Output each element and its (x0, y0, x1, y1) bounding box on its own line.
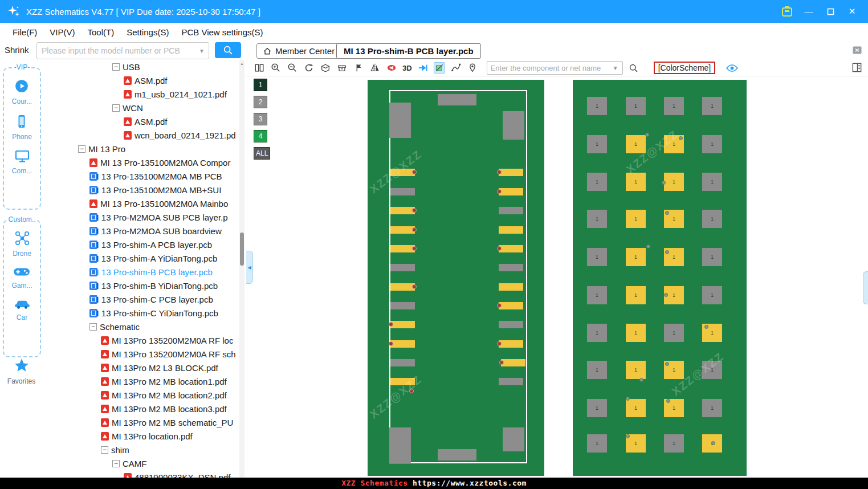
sidebar-item-computer[interactable]: Com... (12, 149, 32, 175)
pcb-pad[interactable] (499, 207, 523, 214)
zoom-out-icon[interactable] (287, 62, 298, 74)
pin-icon[interactable] (467, 62, 478, 74)
pcb-pad[interactable]: 1 (664, 324, 684, 342)
pcb-component[interactable] (390, 340, 415, 348)
pcb-pad[interactable] (390, 188, 415, 195)
pcb-pad[interactable]: 1 (664, 434, 684, 453)
pcb-pad[interactable]: 1 (587, 248, 607, 266)
pcb-pad[interactable]: 1 (626, 248, 646, 266)
pcb-component[interactable] (390, 169, 415, 176)
pcb-pad[interactable]: 1 (626, 97, 646, 115)
panel-collapse-handle[interactable]: ◀ (246, 251, 253, 284)
tree-item[interactable]: MI 13 Pro-shim-B YiDianTong.pcb (43, 279, 238, 292)
layer-button-4[interactable]: 4 (254, 130, 267, 142)
menu-settings[interactable]: Settings(S) (124, 26, 171, 38)
collapse-icon[interactable]: − (101, 446, 108, 454)
chevron-down-icon[interactable]: ▼ (199, 48, 209, 54)
tree-item[interactable]: m1_usb_0214_1021.pdf (43, 87, 238, 101)
sidebar-item-game[interactable]: Gam... (11, 266, 32, 290)
component-search-input[interactable] (487, 64, 613, 72)
chevron-down-icon[interactable]: ▼ (613, 65, 622, 71)
pcb-component[interactable] (499, 302, 523, 309)
tree-item[interactable]: MI 13 Pro-M2MOA SUB PCB layer.p (43, 210, 238, 224)
tree-item[interactable]: MI 13 Pro-shim-A PCB layer.pcb (43, 238, 238, 251)
pcb-pad[interactable]: 1 (702, 97, 722, 115)
pcb-pad[interactable]: 1 (587, 324, 607, 342)
pcb-pad[interactable] (390, 302, 415, 309)
model-search-input[interactable] (37, 46, 199, 55)
shrink-button[interactable]: Shrink (5, 41, 29, 59)
jump-arrow-icon[interactable] (417, 62, 429, 74)
pcb-pad[interactable]: 1 (587, 286, 607, 304)
pcb-component[interactable] (499, 245, 523, 252)
scrollbar-thumb[interactable] (240, 233, 244, 266)
rotate-icon[interactable] (303, 62, 315, 74)
menu-pcb-view-settings[interactable]: PCB View settings(S) (179, 26, 265, 38)
measure-curve-icon[interactable] (450, 62, 462, 74)
tree-item[interactable]: MI 13 Pro-135100M2M0A Compor (43, 156, 238, 169)
pcb-component[interactable] (390, 378, 415, 385)
pcb-pad[interactable]: 1 (587, 173, 607, 191)
pcb-pad[interactable] (503, 111, 524, 140)
pcb-pad[interactable]: 1 (702, 173, 722, 191)
tab-pcb-file[interactable]: MI 13 Pro-shim-B PCB layer.pcb (336, 43, 481, 59)
tree-item[interactable]: −USB (43, 60, 238, 74)
tree-item[interactable]: MI 13 Pro-135100M2M0A MB PCB (43, 169, 238, 183)
menu-vip[interactable]: VIP(V) (47, 26, 77, 38)
export-box-icon[interactable] (320, 62, 331, 74)
collapse-icon[interactable]: − (78, 145, 85, 153)
split-view-icon[interactable] (254, 62, 265, 74)
tree-item[interactable]: MI 13Pro 135200M2M0A RF loc (43, 333, 238, 347)
pcb-component[interactable] (499, 283, 523, 291)
collapse-icon[interactable]: − (112, 63, 120, 71)
pcb-pad[interactable] (499, 321, 523, 328)
tree-item[interactable]: 4881000033KX_DSN.pdf (43, 470, 238, 478)
pcb-pad[interactable]: 1 (626, 210, 646, 228)
member-center-button[interactable]: Member Center (256, 43, 341, 59)
component-search-icon[interactable] (628, 62, 639, 74)
tree-item[interactable]: wcn_board_0214_1921.pd (43, 128, 238, 142)
pcb-pad[interactable]: 1 (664, 173, 684, 191)
pcb-pad[interactable] (438, 94, 476, 105)
sidebar-item-favorites[interactable]: Favorites (0, 357, 43, 385)
tree-item[interactable]: ASM.pdf (43, 74, 238, 87)
tree-item[interactable]: MI 13 Pro-shim-C PCB layer.pcb (43, 292, 238, 306)
collapse-icon[interactable]: − (89, 323, 97, 331)
pcb-pad[interactable]: 1 (702, 286, 722, 304)
import-box-icon[interactable] (336, 62, 348, 74)
pcb-pad[interactable]: 1 (626, 324, 646, 342)
pcb-pad[interactable]: 1 (587, 135, 607, 153)
pcb-board-front[interactable]: XZZ@XZZXZZ@XZZ (368, 80, 544, 476)
menu-tool[interactable]: Tool(T) (85, 26, 117, 38)
pcb-pad[interactable]: 1 (587, 361, 607, 379)
collapse-icon[interactable]: − (112, 104, 120, 112)
minimize-button[interactable]: — (800, 3, 818, 19)
pcb-pad[interactable] (438, 449, 476, 461)
sidebar-item-drone[interactable]: Drone (13, 231, 31, 258)
pcb-component[interactable] (499, 169, 523, 176)
pcb-pad[interactable]: 1 (626, 399, 646, 417)
close-list-icon[interactable] (851, 44, 863, 56)
pcb-pad[interactable]: 1 (702, 135, 722, 153)
tree-item[interactable]: MI 13Pro M2 L3 BLOCK.pdf (43, 361, 238, 374)
tree-item[interactable]: ASM.pdf (43, 115, 238, 128)
maximize-button[interactable] (821, 3, 840, 19)
menu-file[interactable]: File(F) (10, 26, 39, 38)
pcb-pad[interactable]: 1 (702, 248, 722, 266)
sidebar-item-car[interactable]: Car (14, 298, 31, 321)
tree-item[interactable]: −MI 13 Pro (43, 142, 238, 156)
tree-item[interactable]: −WCN (43, 101, 238, 115)
pcb-component[interactable] (499, 340, 523, 348)
tree-item[interactable]: MI 13Pro 135200M2M0A RF sch (43, 347, 238, 361)
pcb-board-back[interactable]: 1111111111111111111111111111111111111111… (573, 80, 747, 476)
tree-item[interactable]: −Schematic (43, 320, 238, 333)
layer-button-2[interactable]: 2 (254, 96, 267, 108)
pcb-component[interactable] (390, 283, 415, 291)
pcb-pad[interactable]: 1 (587, 97, 607, 115)
sidebar-item-phone[interactable]: Phone (12, 114, 32, 141)
tree-item[interactable]: MI 13 Pro-shim-B PCB layer.pcb (43, 265, 238, 279)
pcb-pad[interactable]: 1 (587, 210, 607, 228)
right-panel-handle[interactable] (863, 271, 868, 304)
layer-button-all[interactable]: ALL (254, 147, 270, 160)
briefcase-icon[interactable] (778, 3, 796, 19)
